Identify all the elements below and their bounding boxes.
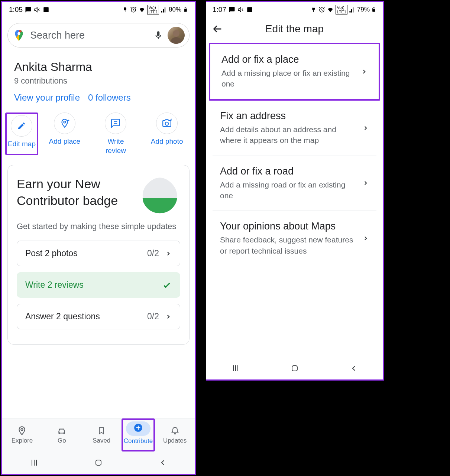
phone-left-contribute: 1:05 Vo))LTE1 80% Search here	[1, 1, 196, 475]
chevron-right-icon	[362, 235, 369, 242]
write-review-action[interactable]: Write review	[91, 113, 141, 155]
alarm-icon	[318, 6, 325, 13]
list-title: Add or fix a place	[221, 54, 356, 65]
battery-text: 79%	[357, 6, 370, 13]
pin-plus-icon: +	[60, 118, 69, 128]
highlight-add-fix-place: Add or fix a place Add a missing place o…	[209, 43, 380, 101]
write-review-label: Write review	[106, 137, 126, 155]
action-row: Edit map + Add place Write review + Add …	[2, 107, 195, 162]
battery-text: 80%	[169, 6, 181, 13]
android-nav-bar	[206, 357, 383, 379]
status-time: 1:07	[213, 6, 226, 14]
svg-rect-11	[96, 460, 101, 465]
nav-label: Go	[58, 437, 66, 444]
add-place-action[interactable]: + Add place	[40, 113, 90, 155]
bookmark-icon	[97, 426, 106, 436]
list-title: Your opinions about Maps	[220, 221, 358, 232]
review-icon	[111, 118, 120, 128]
item-opinions[interactable]: Your opinions about Maps Share feedback,…	[213, 211, 376, 266]
signal-icon	[349, 6, 356, 13]
edit-map-action[interactable]: Edit map	[8, 115, 36, 149]
mic-icon[interactable]	[153, 30, 163, 40]
profile-avatar[interactable]	[168, 27, 185, 44]
wifi-icon	[138, 6, 146, 13]
volume-off-icon	[237, 6, 244, 13]
contributions-count: 9 contributions	[14, 76, 183, 86]
highlight-edit-map: Edit map	[5, 113, 38, 155]
nav-label: Updates	[163, 437, 187, 444]
back-icon[interactable]	[158, 458, 167, 467]
add-photo-action[interactable]: + Add photo	[142, 113, 192, 155]
battery-icon	[183, 6, 188, 13]
view-profile-link[interactable]: View your profile	[14, 92, 80, 103]
task-label: Answer 2 questions	[25, 312, 147, 322]
chat-icon	[25, 6, 32, 13]
chevron-right-icon	[362, 180, 369, 186]
battery-icon	[371, 6, 376, 13]
task-post-photos[interactable]: Post 2 photos 0/2	[17, 241, 180, 266]
list-subtitle: Add a missing road or fix an existing on…	[220, 179, 358, 201]
pencil-icon	[17, 121, 26, 130]
svg-rect-3	[184, 9, 187, 12]
volte-icon: Vo))LTE1	[147, 5, 159, 14]
svg-point-7	[171, 37, 182, 44]
search-bar[interactable]: Search here	[7, 23, 190, 48]
google-maps-logo	[12, 29, 26, 42]
chevron-right-icon	[362, 125, 369, 131]
status-bar: 1:05 Vo))LTE1 80%	[2, 2, 195, 17]
svg-rect-15	[373, 9, 375, 12]
signal-icon	[161, 6, 167, 13]
item-fix-address[interactable]: Fix an address Add details about an addr…	[213, 101, 376, 156]
recent-apps-icon[interactable]	[30, 458, 39, 467]
phone-right-edit-map: 1:07 Vo))LTE1 79% Edit the map Add or fi…	[206, 1, 384, 381]
back-icon[interactable]	[349, 364, 358, 373]
list-subtitle: Add details about an address and where i…	[220, 124, 358, 146]
chevron-right-icon	[165, 250, 172, 257]
highlight-contribute-nav: Contribute	[122, 418, 155, 451]
item-add-fix-road[interactable]: Add or fix a road Add a missing road or …	[213, 156, 376, 211]
nav-contribute[interactable]: Contribute	[124, 421, 153, 445]
list-title: Add or fix a road	[220, 166, 358, 177]
edit-map-label: Edit map	[8, 140, 36, 149]
nav-label: Explore	[12, 437, 33, 444]
nav-explore[interactable]: Explore	[2, 418, 42, 451]
android-nav-bar	[2, 451, 195, 474]
plus-circle-icon	[133, 423, 143, 433]
task-label: Post 2 photos	[25, 248, 147, 258]
nav-label: Saved	[93, 437, 110, 444]
home-icon[interactable]	[94, 458, 103, 467]
wifi-icon	[327, 6, 334, 13]
profile-name: Ankita Sharma	[14, 60, 183, 74]
nav-label: Contribute	[124, 437, 153, 445]
chevron-right-icon	[361, 68, 368, 75]
plug-icon	[123, 7, 129, 13]
profile-section: Ankita Sharma 9 contributions View your …	[2, 51, 195, 107]
chevron-right-icon	[165, 313, 172, 320]
volte-icon: Vo))LTE1	[336, 5, 347, 14]
nav-saved[interactable]: Saved	[82, 418, 122, 451]
card-subtitle: Get started by making these simple updat…	[17, 221, 180, 232]
home-icon[interactable]	[290, 364, 299, 373]
edit-map-header: Edit the map	[206, 17, 383, 41]
nav-updates[interactable]: Updates	[155, 418, 195, 451]
svg-rect-17	[292, 366, 297, 371]
task-progress: 0/2	[147, 248, 159, 258]
svg-rect-4	[185, 7, 186, 8]
svg-text:+: +	[67, 118, 69, 123]
list-title: Fix an address	[220, 110, 358, 122]
task-answer-questions[interactable]: Answer 2 questions 0/2	[17, 304, 180, 329]
svg-rect-12	[247, 7, 252, 12]
task-progress: 0/2	[147, 312, 159, 322]
camera-plus-icon: +	[162, 118, 172, 128]
nav-go[interactable]: Go	[42, 418, 82, 451]
plug-icon	[311, 7, 317, 13]
image-icon	[43, 6, 49, 13]
recent-apps-icon[interactable]	[231, 364, 240, 373]
followers-link[interactable]: 0 followers	[88, 92, 131, 103]
list-subtitle: Share feedback, suggest new features or …	[220, 234, 358, 256]
image-icon	[246, 6, 253, 13]
item-add-fix-place[interactable]: Add or fix a place Add a missing place o…	[214, 44, 375, 99]
task-write-reviews[interactable]: Write 2 reviews	[17, 272, 180, 298]
pin-icon	[17, 426, 27, 436]
badge-graphic	[139, 176, 180, 216]
